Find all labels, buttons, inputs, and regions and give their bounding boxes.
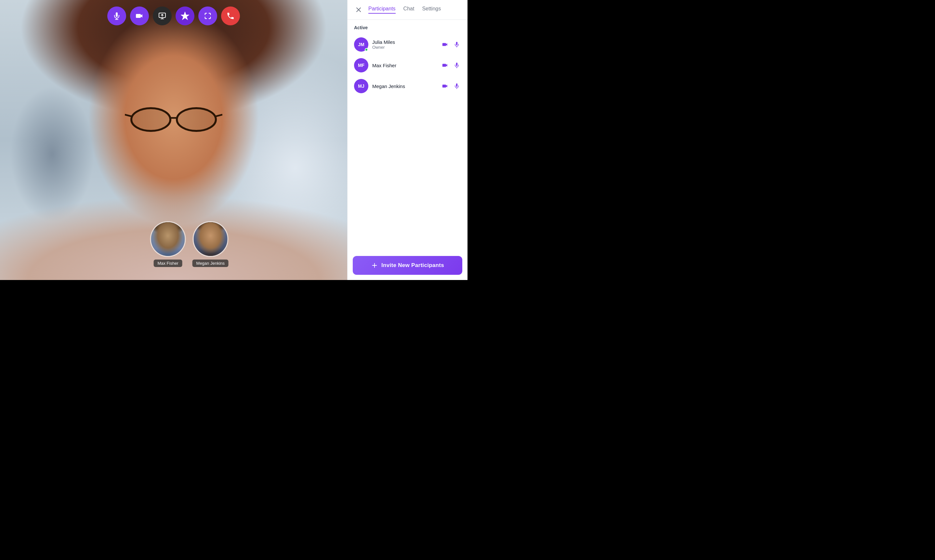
mic-icon-max[interactable] xyxy=(452,61,461,69)
thumb-video-megan xyxy=(193,221,228,257)
avatar-julia-miles: JM xyxy=(354,37,368,52)
video-area: Max Fisher Megan Jenkins xyxy=(0,0,347,280)
avatar-max-fisher: MF xyxy=(354,58,368,72)
svg-rect-10 xyxy=(443,64,446,67)
thumb-label-megan: Megan Jenkins xyxy=(193,260,228,267)
tab-chat[interactable]: Chat xyxy=(403,6,415,14)
mic-icon-megan[interactable] xyxy=(452,82,461,90)
panel-content: Active JM Julia Miles Owner xyxy=(347,20,468,251)
thumb-label-max: Max Fisher xyxy=(153,260,182,267)
name-julia-miles: Julia Miles xyxy=(372,39,437,45)
right-panel: Participants Chat Settings Active JM Jul… xyxy=(347,0,468,280)
icons-julia-miles xyxy=(441,40,461,49)
svg-line-4 xyxy=(216,115,222,116)
panel-header: Participants Chat Settings xyxy=(347,0,468,20)
participant-megan-jenkins: MJ Megan Jenkins xyxy=(354,76,461,97)
active-section-label: Active xyxy=(354,25,461,30)
end-call-button[interactable] xyxy=(221,6,240,25)
thumbnail-max-fisher[interactable]: Max Fisher xyxy=(150,221,186,267)
role-julia-miles: Owner xyxy=(372,45,437,50)
name-megan-jenkins: Megan Jenkins xyxy=(372,83,437,89)
thumbnails-bar: Max Fisher Megan Jenkins xyxy=(150,221,228,267)
svg-point-0 xyxy=(131,108,170,131)
control-bar xyxy=(107,6,240,25)
icons-max-fisher xyxy=(441,61,461,69)
thumb-face-megan xyxy=(193,222,227,256)
screen-share-button[interactable] xyxy=(153,6,172,25)
mic-icon-julia[interactable] xyxy=(452,40,461,49)
svg-rect-11 xyxy=(443,85,446,88)
cam-icon-julia[interactable] xyxy=(441,40,449,49)
cam-icon-max[interactable] xyxy=(441,61,449,69)
tab-settings[interactable]: Settings xyxy=(422,6,441,14)
glasses-overlay xyxy=(125,106,222,132)
thumbnail-megan-jenkins[interactable]: Megan Jenkins xyxy=(193,221,228,267)
panel-tabs: Participants Chat Settings xyxy=(368,6,441,14)
invite-new-participants-button[interactable]: Invite New Participants xyxy=(353,256,462,275)
effects-button[interactable] xyxy=(176,6,194,25)
online-indicator-julia xyxy=(365,48,368,51)
participant-max-fisher: MF Max Fisher xyxy=(354,55,461,76)
svg-point-1 xyxy=(177,108,216,131)
invite-button-label: Invite New Participants xyxy=(381,262,444,269)
thumb-video-max xyxy=(150,221,186,257)
info-julia-miles: Julia Miles Owner xyxy=(372,39,437,50)
cam-icon-megan[interactable] xyxy=(441,82,449,90)
camera-button[interactable] xyxy=(130,6,149,25)
close-panel-button[interactable] xyxy=(354,5,363,14)
tab-participants[interactable]: Participants xyxy=(368,6,396,14)
svg-rect-5 xyxy=(136,14,141,18)
thumb-face-max xyxy=(151,222,185,256)
info-max-fisher: Max Fisher xyxy=(372,63,437,68)
icons-megan-jenkins xyxy=(441,82,461,90)
info-megan-jenkins: Megan Jenkins xyxy=(372,83,437,89)
fullscreen-button[interactable] xyxy=(198,6,217,25)
mic-button[interactable] xyxy=(107,6,126,25)
avatar-megan-jenkins: MJ xyxy=(354,79,368,93)
participant-julia-miles: JM Julia Miles Owner xyxy=(354,34,461,55)
svg-rect-9 xyxy=(443,43,446,46)
svg-line-3 xyxy=(125,115,131,116)
name-max-fisher: Max Fisher xyxy=(372,63,437,68)
